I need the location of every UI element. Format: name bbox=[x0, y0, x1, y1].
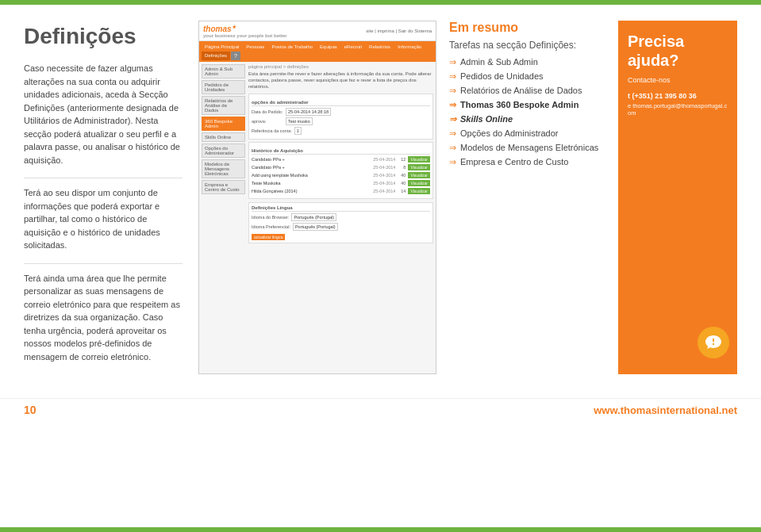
ss-history-name-5: Hilda Gonçalves (2014) bbox=[252, 189, 371, 193]
ss-visualizar-btn-4[interactable]: Visualizar bbox=[408, 180, 430, 186]
main-content: Definições Caso necessite de fazer algum… bbox=[0, 5, 761, 390]
ss-history-row-5: Hilda Gonçalves (2014) 25-04-2014 14 Vis… bbox=[252, 188, 430, 194]
screenshot-logo-text: thomas★ your business your people but be… bbox=[203, 25, 287, 38]
divider-1 bbox=[24, 178, 183, 178]
help-panel: Precisa ajuda? Contacte-nos t (+351) 21 … bbox=[618, 21, 737, 374]
ss-history-row-3: Add using template Mushoka 25-04-2014 40… bbox=[252, 172, 430, 178]
ss-sidebar-360[interactable]: 360 Bespoke Admin bbox=[202, 117, 245, 131]
ss-lang-browser-label: Idioma do Browser: bbox=[252, 215, 289, 220]
ss-visualizar-btn-1[interactable]: Visualizar bbox=[408, 156, 430, 163]
nav-definicoes[interactable]: Definições bbox=[202, 52, 230, 60]
help-subtitle: Contacte-nos bbox=[628, 76, 728, 84]
body-text-1: Caso necessite de fazer algumas alteraçõ… bbox=[24, 62, 183, 166]
ss-sidebar-empresa[interactable]: Empresa e Centro de Custo bbox=[202, 180, 245, 194]
task-item-3: ⇒ Relatórios de Análise de Dados bbox=[449, 86, 605, 96]
nav-pagina-principal[interactable]: Página Principal bbox=[202, 43, 242, 51]
divider-2 bbox=[24, 263, 183, 264]
screenshot-panel: thomas★ your business your people but be… bbox=[198, 21, 436, 374]
nav-informacao[interactable]: Informação bbox=[394, 43, 425, 51]
footer-page-number: 10 bbox=[24, 404, 37, 416]
task-text-5: Skills Online bbox=[460, 114, 513, 124]
task-text-1: Admin & Sub Admin bbox=[460, 57, 538, 67]
task-item-1: ⇒ Admin & Sub Admin bbox=[449, 57, 605, 67]
ss-history-name-2: Candidato PPa + bbox=[252, 165, 371, 170]
ss-history-panel: Histórico de Aquisição Candidato PPa + 2… bbox=[248, 142, 433, 199]
ss-breadcrumb: página principal > definições bbox=[248, 64, 433, 69]
ss-lang-preferred-row: Idioma Preferencial: Português (Portugal… bbox=[252, 223, 430, 231]
ss-form-row-aprova: aprova: Test musko bbox=[252, 117, 430, 125]
nav-pessoas[interactable]: Pessoas bbox=[243, 43, 267, 51]
nav-relatorios[interactable]: Relatórios bbox=[366, 43, 394, 51]
task-list: ⇒ Admin & Sub Admin ⇒ Pedidos de Unidade… bbox=[449, 57, 605, 167]
page-title: Definições bbox=[24, 21, 183, 49]
nav-help[interactable]: ? bbox=[231, 52, 240, 60]
nav-equipas[interactable]: Equipas bbox=[317, 43, 340, 51]
ss-date-value: 25-04-2014 14:28:18 bbox=[286, 108, 331, 116]
em-resumo-title: Em resumo bbox=[449, 21, 605, 35]
ss-lang-preferred-value: Português (Portugal) bbox=[293, 223, 338, 231]
tasks-title: Tarefas na secção Definições: bbox=[449, 40, 605, 51]
body-text-2: Terá ao seu dispor um conjunto de inform… bbox=[24, 186, 183, 252]
ss-lang-section: Definições Língua Idioma do Browser: Por… bbox=[248, 202, 433, 243]
ss-history-num-4: 40 bbox=[398, 181, 405, 186]
right-column: thomas★ your business your people but be… bbox=[198, 21, 737, 374]
ss-history-title: Histórico de Aquisição bbox=[252, 148, 430, 155]
arrow-icon-2: ⇒ bbox=[449, 71, 456, 82]
ss-history-num-2: 8 bbox=[398, 165, 405, 170]
task-item-2: ⇒ Pedidos de Unidades bbox=[449, 71, 605, 82]
ss-form-row-ref: Referência da conta: 1 bbox=[252, 127, 430, 135]
ss-history-num-5: 14 bbox=[398, 189, 405, 193]
ss-sidebar-skills[interactable]: Skills Online bbox=[202, 132, 245, 142]
help-phone: t (+351) 21 395 80 36 bbox=[628, 92, 728, 100]
help-email: e thomas.portugal@thomasportugal.com bbox=[628, 102, 728, 117]
ss-visualizar-btn-3[interactable]: Visualizar bbox=[408, 172, 430, 178]
screenshot-main-area: página principal > definições Esta área … bbox=[248, 64, 433, 243]
summary-column: Em resumo Tarefas na secção Definições: … bbox=[449, 21, 605, 374]
ss-history-name-3: Add using template Mushoka bbox=[252, 173, 371, 178]
help-title: Precisa ajuda? bbox=[628, 32, 728, 70]
help-bubble-icon bbox=[698, 327, 729, 358]
ss-lang-title: Definições Língua bbox=[252, 205, 430, 212]
screenshot-toplinks: site | imprima | Sair do Sistema bbox=[366, 29, 432, 33]
ss-lang-browser-row: Idioma do Browser: Português (Portugal) bbox=[252, 213, 430, 221]
ss-sidebar-modelos[interactable]: Modelos de Mensagens Eletrónicas bbox=[202, 159, 245, 178]
screenshot-topbar: thomas★ your business your people but be… bbox=[199, 21, 436, 41]
ss-history-row-4: Teste Muskoka 25-04-2014 40 Visualizar bbox=[252, 180, 430, 186]
ss-visualizar-btn-2[interactable]: Visualizar bbox=[408, 164, 430, 170]
task-item-6: ⇒ Opções do Administrador bbox=[449, 128, 605, 139]
ss-sidebar-opcoes[interactable]: Opções do Administrador bbox=[202, 144, 245, 158]
ss-aprova-label: aprova: bbox=[252, 119, 283, 124]
ss-aprova-value: Test musko bbox=[286, 117, 313, 125]
ss-form-title: opções do administrador bbox=[252, 100, 430, 106]
bottom-accent-bar bbox=[0, 527, 761, 532]
footer: 10 www.thomasinternational.net bbox=[0, 398, 761, 421]
ss-history-row-1: Candidato PPa + 25-04-2014 12 Visualizar bbox=[252, 156, 430, 163]
ss-history-name-4: Teste Muskoka bbox=[252, 181, 371, 186]
ss-history-date-3: 25-04-2014 bbox=[373, 173, 395, 178]
page-container: Definições Caso necessite de fazer algum… bbox=[0, 0, 761, 532]
ss-description: Esta área permite-lhe rever e fazer alte… bbox=[248, 71, 433, 90]
ss-visualizar-btn-5[interactable]: Visualizar bbox=[408, 188, 430, 194]
ss-sidebar-pedidos[interactable]: Pedidos de Unidades bbox=[202, 80, 245, 94]
arrow-icon-4: ⇒ bbox=[449, 100, 456, 110]
ss-history-date-4: 25-04-2014 bbox=[373, 181, 395, 186]
ss-sidebar-admin[interactable]: Admin & Sub Admin bbox=[202, 64, 245, 78]
arrow-icon-8: ⇒ bbox=[449, 157, 456, 167]
screenshot-logo: thomas★ your business your people but be… bbox=[203, 24, 287, 38]
nav-erecruit[interactable]: eRecruit bbox=[341, 43, 365, 51]
nav-postos[interactable]: Postos de Trabalho bbox=[268, 43, 316, 51]
arrow-icon-3: ⇒ bbox=[449, 86, 456, 96]
ss-history-date-2: 25-04-2014 bbox=[373, 165, 395, 170]
left-column: Definições Caso necessite de fazer algum… bbox=[24, 21, 183, 374]
task-text-2: Pedidos de Unidades bbox=[460, 71, 544, 81]
ss-form-row-date: Data do Pedido: 25-04-2014 14:28:18 bbox=[252, 108, 430, 116]
task-text-4: Thomas 360 Bespoke Admin bbox=[460, 100, 578, 109]
ss-history-row-2: Candidato PPa + 25-04-2014 8 Visualizar bbox=[252, 164, 430, 170]
ss-ref-label: Referência da conta: bbox=[252, 128, 292, 133]
task-text-8: Empresa e Centro de Custo bbox=[460, 157, 568, 166]
ss-lang-btn[interactable]: actualizar língua bbox=[252, 234, 285, 240]
task-item-4: ⇒ Thomas 360 Bespoke Admin bbox=[449, 100, 605, 110]
task-item-5: ⇒ Skills Online bbox=[449, 114, 605, 124]
arrow-icon-1: ⇒ bbox=[449, 57, 456, 67]
ss-sidebar-relatorios[interactable]: Relatórios de Análise de Dados bbox=[202, 96, 245, 115]
